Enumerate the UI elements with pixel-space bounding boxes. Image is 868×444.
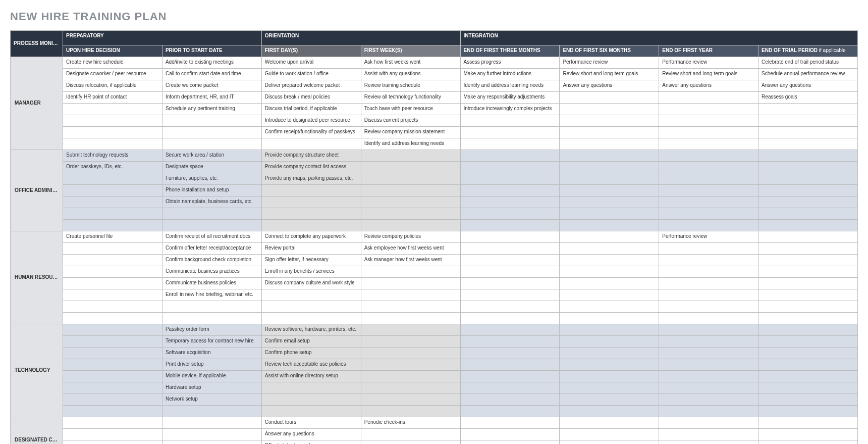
task-cell [361,406,460,417]
task-cell [758,266,858,278]
task-cell [758,313,858,324]
task-cell: Introduce increasingly complex projects [460,104,560,115]
task-cell [460,324,560,336]
task-cell: Enroll in any benefits / services [261,266,361,278]
task-cell [63,196,162,208]
col-first-day: FIRST DAY(S) [261,45,361,57]
task-cell [560,196,659,208]
task-cell: Confirm email setup [261,336,361,348]
task-cell: Passkey order form [162,324,261,336]
task-cell [659,104,758,115]
role-label: HUMAN RESOURCES [11,231,63,324]
task-cell [460,185,560,196]
task-cell [659,429,758,440]
task-cell [758,324,858,336]
task-cell [361,440,460,445]
task-cell [361,348,460,359]
task-cell [560,138,659,150]
task-cell: Phone installation and setup [162,185,261,196]
task-cell: Call to confirm start date and time [162,69,261,80]
task-cell [560,406,659,417]
task-cell [758,162,858,173]
task-cell [460,348,560,359]
task-cell [460,394,560,406]
task-cell [560,371,659,382]
task-cell [560,220,659,231]
task-cell [560,115,659,127]
task-cell [63,243,162,255]
task-cell: Identify and address learning needs [361,138,460,150]
task-cell: Review all technology functionality [361,92,460,104]
task-cell: Review training schedule [361,80,460,92]
task-cell [63,185,162,196]
task-cell [659,208,758,220]
task-cell [758,255,858,266]
task-cell [63,371,162,382]
task-cell [63,440,162,445]
task-cell: Review short and long-term goals [659,69,758,80]
task-cell: Introduce to designated peer resource [261,115,361,127]
task-cell [758,289,858,301]
task-cell: Performance review [560,57,659,69]
task-cell [560,313,659,324]
task-cell [758,150,858,162]
task-cell: Hardware setup [162,382,261,394]
corner-header: PROCESS MONITOR / MENTOR [11,31,63,57]
task-cell [63,173,162,185]
task-cell [659,382,758,394]
task-cell [659,220,758,231]
task-cell [560,150,659,162]
task-cell [460,417,560,429]
task-cell [361,278,460,289]
task-cell [63,220,162,231]
task-cell: Review short and long-term goals [560,69,659,80]
task-cell: Confirm receipt of all recruitment docs [162,231,261,243]
task-cell: Offer to take to lunch [261,440,361,445]
task-cell: Performance review [659,57,758,69]
task-cell [460,150,560,162]
task-cell [361,208,460,220]
task-cell [659,185,758,196]
task-cell [659,406,758,417]
task-cell: Submit technology requests [63,150,162,162]
task-cell [63,348,162,359]
task-cell [460,278,560,289]
task-cell [460,313,560,324]
task-cell [560,382,659,394]
task-cell [560,324,659,336]
task-cell [758,208,858,220]
task-cell [63,406,162,417]
task-cell [162,127,261,138]
task-cell [460,115,560,127]
task-cell [758,417,858,429]
task-cell [659,243,758,255]
task-cell: Review tech acceptable use policies [261,359,361,371]
task-cell [361,324,460,336]
task-cell [460,382,560,394]
role-label: DESIGNATED COWORKER / PEER RESOURCE [11,417,63,445]
task-cell [758,243,858,255]
task-cell [460,266,560,278]
task-cell [162,313,261,324]
task-cell [261,394,361,406]
task-cell [560,162,659,173]
task-cell [758,278,858,289]
task-cell: Periodic check-ins [361,417,460,429]
task-cell [460,243,560,255]
task-cell [758,196,858,208]
task-cell: Confirm phone setup [261,348,361,359]
task-cell [659,115,758,127]
task-cell: Schedule annual performance review [758,69,858,80]
task-cell [162,406,261,417]
task-cell [261,185,361,196]
task-cell [758,440,858,445]
task-cell: Provide any maps, parking passes, etc. [261,173,361,185]
task-cell [162,115,261,127]
task-cell [659,359,758,371]
task-cell [63,382,162,394]
task-cell [63,429,162,440]
task-cell [758,231,858,243]
task-cell [758,115,858,127]
task-cell [261,382,361,394]
task-cell [659,336,758,348]
